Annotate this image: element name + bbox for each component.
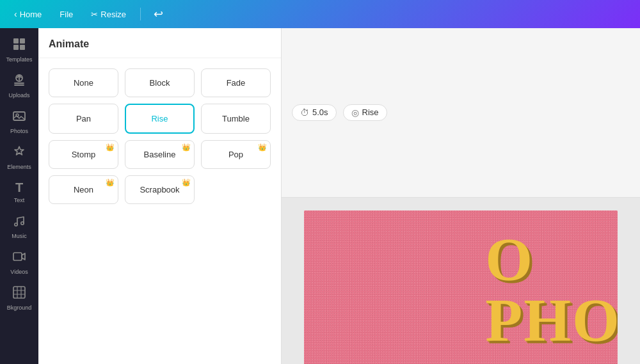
svg-rect-0 [13, 38, 19, 44]
svg-rect-3 [20, 45, 25, 50]
canvas-text-partial: O PHO [485, 230, 618, 351]
music-icon [12, 214, 26, 231]
sidebar-item-music[interactable]: Music [1, 209, 37, 243]
sidebar-text-label: Text [14, 197, 25, 203]
sidebar-item-videos[interactable]: Videos [1, 244, 37, 279]
pan-label: Pan [76, 114, 91, 123]
canvas-area: ⏱ 5.0s ◎ Rise O PHO [282, 28, 640, 364]
baseline-label: Baseline [144, 150, 176, 159]
file-label: File [60, 10, 73, 19]
animate-option-baseline[interactable]: 👑 Baseline [125, 140, 195, 169]
svg-point-8 [21, 222, 24, 225]
main-area: Templates Uploads Photos Elements T Text [0, 28, 640, 364]
elements-icon [12, 145, 26, 162]
canvas-content: O PHO [304, 210, 618, 365]
uploads-icon [12, 73, 26, 90]
timer-icon: ⏱ [300, 107, 309, 118]
resize-label: Resize [100, 10, 126, 19]
stomp-label: Stomp [72, 150, 96, 159]
pop-label: Pop [228, 150, 243, 159]
fade-label: Fade [227, 78, 246, 88]
neon-crown-icon: 👑 [106, 178, 115, 187]
photos-icon [12, 109, 26, 126]
sidebar-elements-label: Elements [7, 164, 31, 170]
sidebar: Templates Uploads Photos Elements T Text [0, 28, 38, 364]
animate-option-pan[interactable]: Pan [49, 104, 118, 134]
canvas-toolbar: ⏱ 5.0s ◎ Rise [282, 28, 640, 198]
animation-value: Rise [362, 107, 379, 117]
neon-label: Neon [74, 185, 93, 194]
animate-grid: None Block Fade Pan Rise Tumble [38, 58, 281, 214]
animate-option-pop[interactable]: 👑 Pop [201, 140, 271, 169]
resize-icon: ✂ [91, 10, 98, 19]
animate-option-stomp[interactable]: 👑 Stomp [49, 140, 118, 169]
sidebar-item-bkground[interactable]: Bkground [1, 280, 37, 315]
sidebar-item-photos[interactable]: Photos [1, 104, 37, 138]
videos-icon [12, 249, 26, 267]
home-button[interactable]: ‹ Home [8, 6, 48, 22]
sidebar-photos-label: Photos [10, 128, 28, 134]
sidebar-item-text[interactable]: T Text [1, 175, 37, 207]
file-button[interactable]: File [53, 7, 79, 22]
text-icon: T [15, 180, 23, 195]
stomp-crown-icon: 👑 [106, 143, 115, 152]
sidebar-templates-label: Templates [6, 56, 32, 63]
animate-option-scrapbook[interactable]: 👑 Scrapbook [125, 175, 195, 204]
animation-chip[interactable]: ◎ Rise [343, 104, 387, 121]
canvas-text-line2: PHO [485, 290, 618, 351]
animate-option-rise[interactable]: Rise [125, 104, 195, 134]
home-label: Home [20, 10, 42, 19]
animate-header: Animate [38, 28, 281, 58]
duration-chip[interactable]: ⏱ 5.0s [292, 104, 337, 121]
sidebar-videos-label: Videos [10, 269, 28, 275]
svg-rect-5 [13, 112, 25, 120]
block-label: Block [150, 78, 170, 88]
sidebar-bkground-label: Bkground [7, 305, 32, 311]
scrapbook-crown-icon: 👑 [182, 178, 191, 187]
canvas-text-line1: O [485, 230, 618, 290]
animation-icon: ◎ [351, 107, 359, 118]
animate-option-fade[interactable]: Fade [201, 68, 271, 97]
sidebar-music-label: Music [12, 233, 27, 239]
sidebar-item-templates[interactable]: Templates [1, 32, 37, 67]
svg-rect-1 [20, 38, 25, 44]
canvas-workspace: O PHO [282, 198, 640, 365]
rise-label: Rise [151, 114, 168, 123]
sidebar-item-uploads[interactable]: Uploads [1, 68, 37, 102]
tumble-label: Tumble [222, 114, 250, 123]
animate-option-tumble[interactable]: Tumble [201, 104, 271, 134]
sidebar-uploads-label: Uploads [8, 92, 29, 99]
baseline-crown-icon: 👑 [182, 143, 191, 152]
topbar: ‹ Home File ✂ Resize ↩ [0, 0, 640, 28]
home-back-icon: ‹ [14, 9, 17, 19]
svg-rect-10 [13, 287, 25, 298]
sidebar-item-elements[interactable]: Elements [1, 139, 37, 174]
pop-crown-icon: 👑 [258, 143, 267, 152]
animate-option-neon[interactable]: 👑 Neon [49, 175, 118, 204]
animate-option-none[interactable]: None [49, 68, 118, 97]
scrapbook-label: Scrapbook [140, 185, 179, 194]
topbar-divider [140, 8, 141, 20]
bkground-icon [12, 285, 26, 303]
svg-point-7 [15, 223, 17, 226]
duration-value: 5.0s [312, 107, 328, 117]
animate-option-block[interactable]: Block [125, 68, 195, 97]
resize-button[interactable]: ✂ Resize [84, 7, 132, 22]
svg-rect-2 [13, 45, 19, 50]
undo-button[interactable]: ↩ [148, 4, 168, 24]
none-label: None [74, 78, 93, 88]
templates-icon [12, 37, 26, 54]
svg-rect-9 [13, 253, 22, 260]
animate-panel: Animate None Block Fade Pan Rise [38, 28, 282, 364]
